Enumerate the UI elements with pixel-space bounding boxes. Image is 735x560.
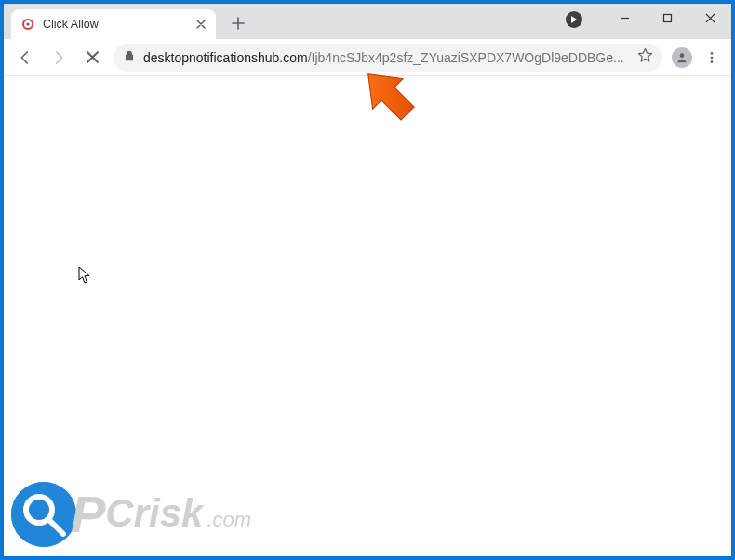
minimize-button[interactable] xyxy=(603,4,646,32)
window-close-button[interactable] xyxy=(688,4,731,32)
profile-button[interactable] xyxy=(668,44,696,72)
svg-marker-2 xyxy=(571,16,577,23)
tab-close-button[interactable] xyxy=(194,17,208,32)
stop-reload-button[interactable] xyxy=(76,42,108,73)
forward-button[interactable] xyxy=(43,42,74,73)
svg-point-6 xyxy=(711,56,714,59)
tab-favicon-icon xyxy=(20,17,35,32)
browser-window: Click Allow xyxy=(4,4,731,556)
svg-point-1 xyxy=(26,22,29,25)
back-button[interactable] xyxy=(9,42,41,73)
mouse-cursor-icon xyxy=(78,266,93,288)
new-tab-button[interactable] xyxy=(225,10,251,36)
url-domain: desktopnotificationshub.com xyxy=(143,50,308,65)
browser-tab[interactable]: Click Allow xyxy=(11,9,216,39)
svg-rect-3 xyxy=(663,14,671,21)
svg-point-5 xyxy=(711,52,714,55)
svg-point-7 xyxy=(711,60,714,63)
window-controls xyxy=(603,4,731,32)
avatar-icon xyxy=(672,47,692,68)
titlebar: Click Allow xyxy=(4,4,731,39)
webview-content xyxy=(4,76,731,556)
bookmark-star-button[interactable] xyxy=(637,47,653,67)
svg-point-4 xyxy=(680,53,685,58)
url-path: /Ijb4ncSJbx4p2sfz_ZYuaziSXPDX7WOgDl9eDDB… xyxy=(308,50,624,65)
tab-title: Click Allow xyxy=(43,18,194,31)
url-text: desktopnotificationshub.com/Ijb4ncSJbx4p… xyxy=(143,50,632,65)
maximize-button[interactable] xyxy=(646,4,688,32)
toolbar: desktopnotificationshub.com/Ijb4ncSJbx4p… xyxy=(4,39,731,76)
media-control-button[interactable] xyxy=(566,11,582,28)
lock-icon xyxy=(123,49,136,66)
browser-menu-button[interactable] xyxy=(698,44,726,72)
address-bar[interactable]: desktopnotificationshub.com/Ijb4ncSJbx4p… xyxy=(114,44,662,72)
